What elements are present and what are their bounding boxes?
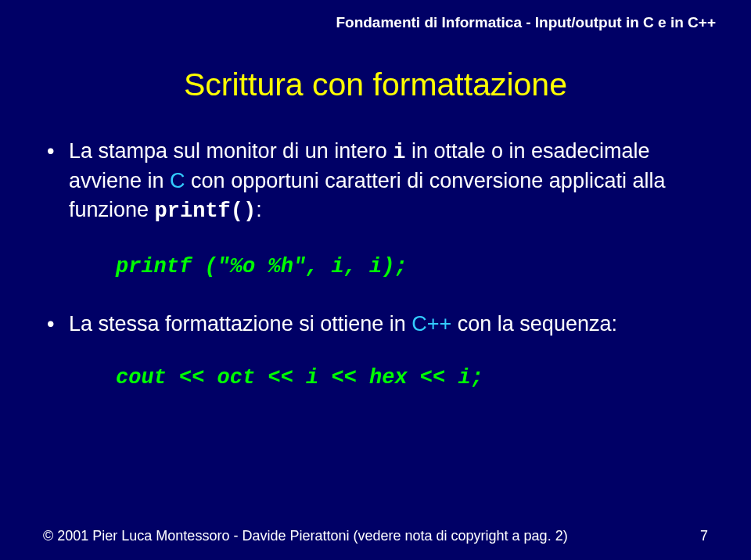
content-area: La stampa sul monitor di un intero i in … — [47, 137, 708, 389]
bullet1-text-a: La stampa sul monitor di un intero — [69, 139, 393, 163]
code-block-1: printf ("%o %h", i, i); — [116, 255, 708, 278]
footer: © 2001 Pier Luca Montessoro - Davide Pie… — [43, 528, 708, 544]
bullet1-text-d: : — [256, 198, 262, 221]
bullet2-text-a: La stessa formattazione si ottiene in — [69, 312, 411, 336]
bullet1-c-lang: C — [170, 169, 185, 192]
slide-header: Fondamenti di Informatica - Input/output… — [35, 14, 716, 31]
code-block-2: cout << oct << i << hex << i; — [116, 366, 708, 389]
bullet-1: La stampa sul monitor di un intero i in … — [47, 137, 708, 225]
bullet2-text-b: con la sequenza: — [451, 312, 617, 336]
bullet1-mono-i: i — [393, 141, 405, 164]
bullet2-cpp-lang: C++ — [411, 312, 451, 336]
page-number: 7 — [700, 528, 708, 544]
bullet-2: La stessa formattazione si ottiene in C+… — [47, 310, 708, 338]
footer-copyright: © 2001 Pier Luca Montessoro - Davide Pie… — [43, 528, 677, 544]
bullet1-mono-printf: printf() — [155, 199, 257, 223]
slide-title: Scrittura con formattazione — [0, 66, 751, 103]
slide: Fondamenti di Informatica - Input/output… — [0, 0, 751, 560]
